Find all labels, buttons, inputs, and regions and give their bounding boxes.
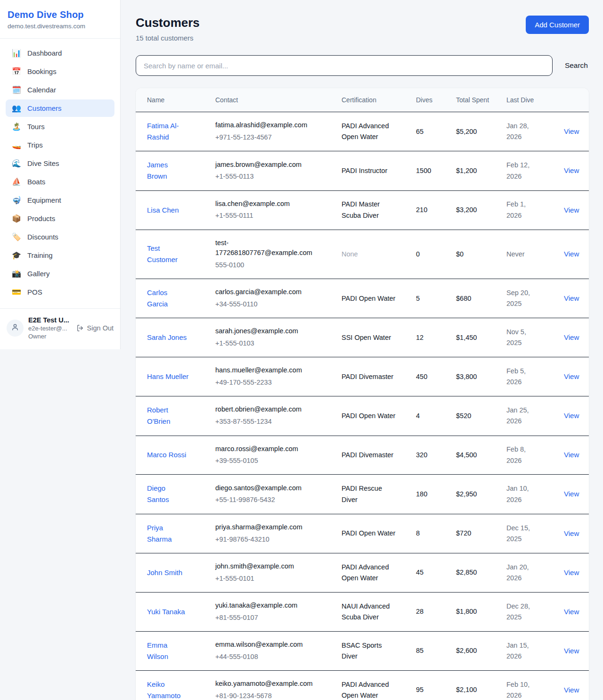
customer-phone: +55-11-99876-5432 — [215, 494, 326, 505]
customer-dives: 210 — [410, 190, 450, 230]
sidebar-item-products[interactable]: 📦 Products — [6, 210, 114, 227]
customers-table-card: Name Contact Certification Dives Total S… — [136, 88, 589, 700]
customer-name-link[interactable]: Carlos Garcia — [147, 287, 189, 310]
page-title: Customers — [136, 16, 200, 30]
sidebar-item-training[interactable]: 🎓 Training — [6, 247, 114, 264]
view-customer-link[interactable]: View — [564, 490, 579, 498]
customer-name-link[interactable]: Marco Rossi — [147, 449, 186, 461]
view-customer-link[interactable]: View — [564, 333, 579, 341]
customer-last-dive: Feb 8, 2026 — [506, 444, 536, 466]
sidebar-item-trips[interactable]: 🚤 Trips — [6, 136, 114, 154]
customer-name-link[interactable]: Emma Wilson — [147, 640, 189, 662]
table-row: Lisa Chen lisa.chen@example.com +1-555-0… — [136, 190, 589, 230]
app-root: Demo Dive Shop demo.test.divestreams.com… — [0, 0, 603, 700]
customer-name-link[interactable]: Test Customer — [147, 243, 189, 265]
sidebar-item-dashboard[interactable]: 📊 Dashboard — [6, 44, 114, 62]
calendar-icon: 🗓️ — [12, 85, 21, 94]
customer-certification: PADI Open Water — [342, 293, 395, 304]
view-customer-link[interactable]: View — [564, 206, 579, 214]
sidebar-nav: 📊 Dashboard 📅 Bookings 🗓️ Calendar 👥 Cus… — [0, 39, 120, 308]
customer-certification: NAUI Advanced Scuba Diver — [342, 601, 397, 623]
customer-certification: PADI Advanced Open Water — [342, 562, 397, 584]
table-row: Robert O'Brien robert.obrien@example.com… — [136, 396, 589, 436]
equipment-icon: 🤿 — [12, 196, 21, 205]
table-row: Priya Sharma priya.sharma@example.com +9… — [136, 514, 589, 553]
sign-out-button[interactable]: Sign Out — [76, 324, 114, 332]
customer-name-link[interactable]: Robert O'Brien — [147, 404, 189, 427]
customer-total-spent: $5,200 — [450, 112, 501, 151]
view-customer-link[interactable]: View — [564, 647, 579, 655]
customer-certification: PADI Open Water — [342, 528, 395, 539]
customer-name-link[interactable]: James Brown — [147, 159, 189, 182]
customer-last-dive: Jan 25, 2026 — [506, 405, 536, 427]
view-customer-link[interactable]: View — [564, 451, 579, 459]
customer-dives: 450 — [410, 357, 450, 396]
customer-total-spent: $4,500 — [450, 436, 501, 475]
view-customer-link[interactable]: View — [564, 686, 579, 694]
customer-last-dive: Dec 15, 2025 — [506, 523, 536, 544]
table-row: Yuki Tanaka yuki.tanaka@example.com +81-… — [136, 592, 589, 631]
view-customer-link[interactable]: View — [564, 250, 579, 258]
customer-certification: PADI Rescue Diver — [342, 483, 397, 505]
customer-name-link[interactable]: Diego Santos — [147, 483, 189, 505]
customer-total-spent: $3,800 — [450, 357, 501, 396]
customer-name-link[interactable]: Fatima Al-Rashid — [147, 120, 189, 143]
view-customer-link[interactable]: View — [564, 412, 579, 420]
customer-name-link[interactable]: Lisa Chen — [147, 205, 179, 216]
customer-email: diego.santos@example.com — [215, 483, 318, 494]
shop-title: Demo Dive Shop — [8, 9, 113, 20]
avatar — [7, 320, 24, 337]
customer-name-link[interactable]: Yuki Tanaka — [147, 606, 185, 618]
customer-email: robert.obrien@example.com — [215, 404, 318, 415]
sidebar-item-bookings[interactable]: 📅 Bookings — [6, 63, 114, 80]
table-row: Emma Wilson emma.wilson@example.com +44-… — [136, 631, 589, 670]
sidebar-item-discounts[interactable]: 🏷️ Discounts — [6, 228, 114, 246]
sidebar-item-gallery[interactable]: 📸 Gallery — [6, 265, 114, 282]
customer-email: emma.wilson@example.com — [215, 640, 318, 650]
search-button[interactable]: Search — [564, 59, 589, 72]
search-input[interactable] — [136, 55, 553, 76]
customer-name-link[interactable]: John Smith — [147, 567, 182, 578]
customer-email: marco.rossi@example.com — [215, 444, 318, 454]
customer-last-dive: Feb 1, 2026 — [506, 199, 536, 221]
sidebar-item-tours[interactable]: 🏝️ Tours — [6, 118, 114, 135]
sidebar-item-dive-sites[interactable]: 🌊 Dive Sites — [6, 155, 114, 172]
view-customer-link[interactable]: View — [564, 608, 579, 616]
table-row: Diego Santos diego.santos@example.com +5… — [136, 475, 589, 514]
sidebar-item-customers[interactable]: 👥 Customers — [6, 99, 114, 117]
customer-certification: SSI Open Water — [342, 332, 391, 343]
customer-last-dive: Feb 5, 2026 — [506, 366, 536, 387]
table-row: Fatima Al-Rashid fatima.alrashid@example… — [136, 112, 589, 151]
customer-name-link[interactable]: Hans Mueller — [147, 371, 188, 382]
nav-item-label: POS — [27, 288, 42, 296]
view-customer-link[interactable]: View — [564, 166, 579, 174]
sidebar-item-calendar[interactable]: 🗓️ Calendar — [6, 81, 114, 99]
sidebar-item-pos[interactable]: 💳 POS — [6, 283, 114, 301]
nav-item-label: Dive Sites — [27, 159, 59, 167]
customer-last-dive: Nov 5, 2025 — [506, 327, 536, 348]
customer-dives: 1500 — [410, 151, 450, 190]
view-customer-link[interactable]: View — [564, 372, 579, 380]
table-row: Marco Rossi marco.rossi@example.com +39-… — [136, 436, 589, 475]
sidebar-item-boats[interactable]: ⛵ Boats — [6, 173, 114, 190]
table-row: James Brown james.brown@example.com +1-5… — [136, 151, 589, 190]
table-row: Hans Mueller hans.mueller@example.com +4… — [136, 357, 589, 396]
main-content: Customers 15 total customers Add Custome… — [121, 0, 603, 700]
add-customer-button[interactable]: Add Customer — [526, 16, 589, 34]
customer-total-spent: $3,200 — [450, 190, 501, 230]
customer-phone: +1-555-0103 — [215, 338, 326, 349]
customer-name-link[interactable]: Sarah Jones — [147, 332, 187, 343]
customer-name-link[interactable]: Keiko Yamamoto — [147, 679, 189, 700]
customer-dives: 5 — [410, 279, 450, 318]
customer-certification: PADI Advanced Open Water — [342, 679, 397, 700]
customer-name-link[interactable]: Priya Sharma — [147, 522, 189, 545]
nav-item-label: Discounts — [27, 233, 58, 241]
view-customer-link[interactable]: View — [564, 294, 579, 302]
view-customer-link[interactable]: View — [564, 568, 579, 576]
customer-phone: +971-55-123-4567 — [215, 132, 326, 143]
table-row: Keiko Yamamoto keiko.yamamoto@example.co… — [136, 670, 589, 700]
sidebar-item-equipment[interactable]: 🤿 Equipment — [6, 191, 114, 209]
dashboard-icon: 📊 — [12, 49, 21, 58]
view-customer-link[interactable]: View — [564, 127, 579, 135]
view-customer-link[interactable]: View — [564, 529, 579, 537]
